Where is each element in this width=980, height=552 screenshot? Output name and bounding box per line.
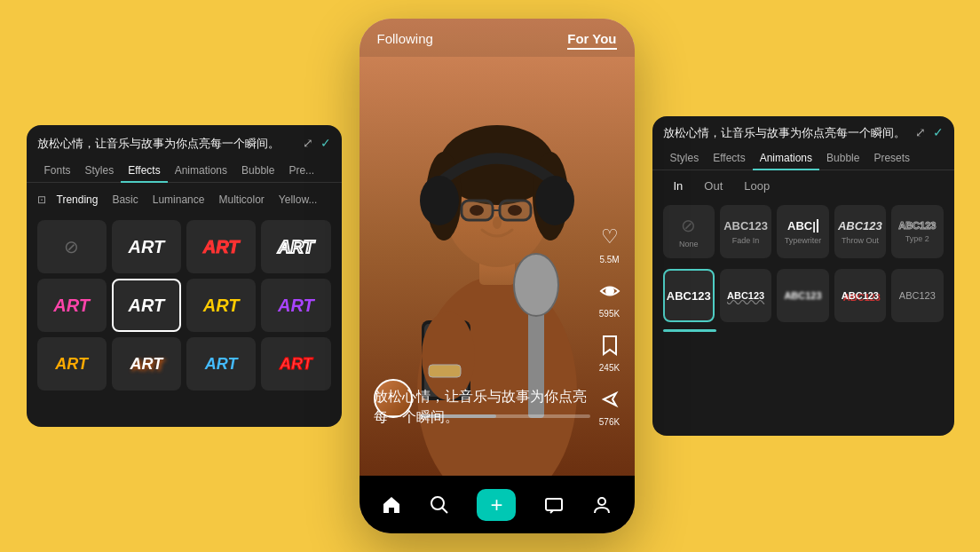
right-check-icon[interactable]: ✓: [933, 125, 944, 139]
view-count: 595K: [599, 309, 620, 319]
art-cell-selected[interactable]: ART: [112, 279, 181, 332]
anim-bold3d-text: ABC123: [842, 290, 879, 301]
anim-blur[interactable]: ABC123: [777, 269, 828, 322]
tab-out[interactable]: Out: [693, 176, 733, 196]
action-bookmark[interactable]: 245K: [594, 329, 626, 373]
anim-typewriter-label: Typewriter: [785, 236, 822, 245]
anim-none[interactable]: ⊘ None: [663, 205, 715, 258]
right-expand-icon[interactable]: ⤢: [915, 125, 926, 139]
anim-typewriter[interactable]: ABC| Typewriter: [777, 205, 828, 258]
anim-throw-label: Throw Out: [842, 236, 879, 245]
phone-tab-following[interactable]: Following: [377, 31, 433, 50]
phone-tab-foryou[interactable]: For You: [567, 31, 616, 50]
art-cell-red2[interactable]: ART: [261, 337, 330, 390]
svg-point-24: [431, 497, 444, 509]
right-tab-presets[interactable]: Presets: [866, 146, 917, 170]
art-grid: ⊘ ART ART ART ART ART ART ART: [27, 217, 342, 401]
subtab-icon: ⊡: [37, 193, 46, 206]
sub-tab-luminance[interactable]: Luminance: [146, 190, 212, 209]
left-panel: 放松心情，让音乐与故事为你点亮每一个瞬间。 ⤢ ✓ Fonts Styles E…: [27, 125, 342, 427]
art-cell-none[interactable]: ⊘: [37, 220, 107, 273]
anim-bold3d[interactable]: ABC123: [834, 269, 886, 322]
anim-fade-label: Fade In: [732, 236, 760, 245]
svg-rect-26: [546, 499, 562, 510]
anim-fade-in[interactable]: ABC123 Fade In: [720, 205, 771, 258]
tab-loop[interactable]: Loop: [733, 176, 780, 196]
art-text-shadow: ART: [130, 355, 163, 374]
art-text-red: ART: [203, 237, 240, 257]
art-cell-yellow[interactable]: ART: [186, 279, 256, 332]
nav-messages[interactable]: [544, 495, 564, 515]
art-text-selected: ART: [129, 296, 165, 316]
art-text-pink: ART: [53, 296, 90, 316]
anim-type2[interactable]: ABC123 Type 2: [891, 205, 943, 258]
phone-bg: 放松心情，让音乐与故事为你点亮每一个瞬间。 ♡ 5.5M: [360, 19, 635, 533]
sub-tab-basic[interactable]: Basic: [105, 190, 145, 209]
action-share[interactable]: 576K: [594, 383, 626, 427]
anim-none-label: None: [679, 240, 699, 248]
art-cell-shadow[interactable]: ART: [112, 337, 181, 390]
art-cell-blue[interactable]: ART: [186, 337, 256, 390]
anim-throw-out[interactable]: ABC123 Throw Out: [834, 205, 886, 258]
art-cell-outline[interactable]: ART: [261, 220, 330, 273]
tab-in[interactable]: In: [663, 176, 694, 196]
art-cell-black[interactable]: ART: [112, 220, 181, 273]
svg-line-25: [442, 508, 447, 513]
phone-container: Following For You: [360, 19, 635, 533]
anim-typewriter-text: ABC|: [787, 219, 818, 233]
like-count: 5.5M: [599, 255, 619, 264]
bookmark-count: 245K: [599, 363, 620, 373]
eye-icon: [594, 275, 626, 307]
subtitle-overlay: 放松心情，让音乐与故事为你点亮每一个瞬间。: [374, 387, 590, 427]
tab-presets[interactable]: Pre...: [281, 159, 321, 182]
phone-top-bar: Following For You: [360, 19, 635, 57]
art-text-orange: ART: [55, 355, 88, 374]
anim-grid-row1: ⊘ None ABC123 Fade In ABC| Typewriter AB…: [652, 201, 954, 265]
tab-fonts[interactable]: Fonts: [37, 159, 78, 182]
svg-point-20: [514, 254, 558, 316]
nav-search[interactable]: [430, 495, 449, 515]
art-cell-red[interactable]: ART: [186, 220, 256, 273]
action-view[interactable]: 595K: [594, 275, 626, 319]
art-text-yellow: ART: [203, 296, 240, 316]
svg-point-27: [598, 498, 605, 505]
art-cell-orange[interactable]: ART: [37, 337, 107, 390]
expand-icon[interactable]: ⤢: [303, 136, 313, 150]
anim-grid-row2: ABC123 ABC123 ABC123 ABC123 ABC123: [652, 265, 954, 329]
bottom-indicator-line: [663, 329, 716, 332]
tab-animations[interactable]: Animations: [168, 159, 234, 182]
anim-type2-text: ABC123: [898, 220, 936, 231]
right-panel-title: 放松心情，让音乐与故事为你点亮每一个瞬间。: [663, 125, 915, 141]
svg-point-16: [493, 217, 502, 229]
left-panel-icons: ⤢ ✓: [303, 136, 331, 150]
anim-scribble[interactable]: ABC123: [720, 269, 771, 322]
check-icon[interactable]: ✓: [320, 136, 331, 150]
anim-scribble-text: ABC123: [727, 290, 764, 301]
art-text-outline: ART: [278, 237, 314, 257]
right-tab-styles[interactable]: Styles: [663, 146, 707, 170]
sub-tab-trending[interactable]: Trending: [50, 190, 106, 209]
nav-profile[interactable]: [592, 495, 612, 515]
right-tab-bubble[interactable]: Bubble: [819, 146, 866, 170]
action-like[interactable]: ♡ 5.5M: [594, 221, 626, 264]
right-tabs-row: Styles Effects Animations Bubble Presets: [652, 146, 954, 170]
right-tab-animations[interactable]: Animations: [753, 146, 819, 170]
nav-create[interactable]: +: [477, 489, 516, 521]
heart-icon: ♡: [594, 221, 626, 253]
anim-thin[interactable]: ABC123: [891, 269, 943, 322]
svg-point-7: [420, 176, 459, 225]
bottom-bar: +: [360, 476, 635, 533]
anim-thin-text: ABC123: [899, 290, 936, 301]
sub-tab-yellow[interactable]: Yellow...: [272, 190, 325, 209]
left-panel-title: 放松心情，让音乐与故事为你点亮每一个瞬间。: [37, 136, 296, 152]
sub-tab-multicolor[interactable]: Multicolor: [211, 190, 271, 209]
sub-tabs-row: ⊡ Trending Basic Luminance Multicolor Ye…: [27, 183, 342, 217]
tab-styles[interactable]: Styles: [78, 159, 122, 182]
art-cell-purple[interactable]: ART: [261, 279, 330, 332]
right-tab-effects[interactable]: Effects: [706, 146, 752, 170]
anim-selected[interactable]: ABC123: [663, 269, 715, 322]
art-cell-pink[interactable]: ART: [37, 279, 107, 332]
nav-home[interactable]: [382, 495, 401, 515]
tab-bubble[interactable]: Bubble: [234, 159, 281, 182]
tab-effects[interactable]: Effects: [121, 159, 167, 182]
